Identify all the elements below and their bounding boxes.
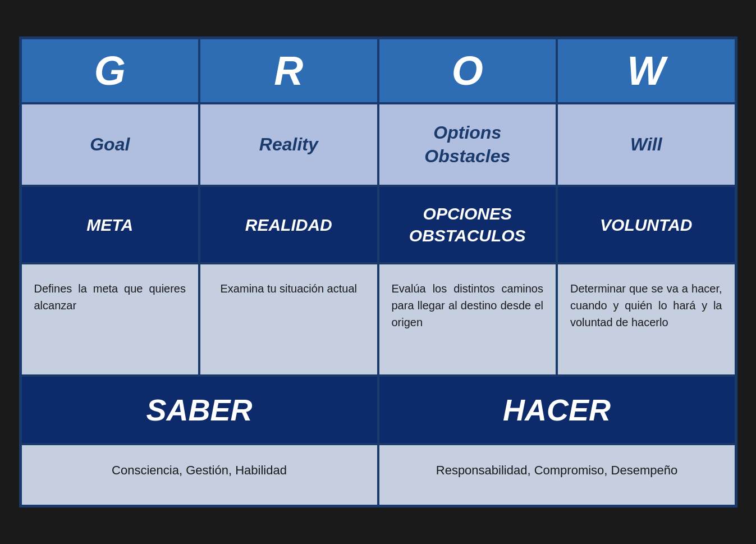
cell-options-obstacles: Options Obstacles	[378, 103, 557, 186]
letter-g: G	[94, 51, 126, 91]
word-hacer: HACER	[503, 392, 611, 427]
cell-voluntad: VOLUNTAD	[557, 186, 736, 263]
desc-goal: Defines la meta que quieres alcanzar	[34, 280, 186, 314]
cell-goal: Goal	[21, 103, 200, 186]
subtitles-row: Consciencia, Gestión, Habilidad Responsa…	[21, 444, 736, 506]
grow-table: G R O W Goal Reality Options Obstacles W…	[19, 36, 737, 508]
cell-reality: Reality	[199, 103, 378, 186]
english-words-row: Goal Reality Options Obstacles Will	[21, 103, 736, 186]
word-will: Will	[630, 133, 662, 157]
cell-desc-options: Evalúa los distintos caminos para llegar…	[378, 263, 557, 376]
cell-meta: META	[21, 186, 200, 263]
word-realidad: REALIDAD	[245, 214, 332, 236]
word-options-obstacles: Options Obstacles	[424, 121, 510, 168]
letter-w: W	[627, 51, 665, 91]
word-goal: Goal	[90, 133, 130, 157]
desc-options: Evalúa los distintos caminos para llegar…	[392, 280, 544, 331]
cell-subtitle-hacer: Responsabilidad, Compromiso, Desempeño	[378, 444, 736, 506]
cell-opciones-obstaculos: OPCIONES OBSTACULOS	[378, 186, 557, 263]
cell-o: O	[378, 38, 557, 103]
cell-hacer: HACER	[378, 376, 736, 444]
cell-w: W	[557, 38, 736, 103]
desc-reality: Examina tu situación actual	[221, 280, 357, 297]
cell-will: Will	[557, 103, 736, 186]
word-meta: META	[86, 214, 133, 236]
cell-saber: SABER	[21, 376, 378, 444]
cell-desc-will: Determinar que se va a hacer, cuando y q…	[557, 263, 736, 376]
cell-r: R	[199, 38, 378, 103]
subtitle-saber: Consciencia, Gestión, Habilidad	[112, 461, 287, 479]
subtitle-hacer: Responsabilidad, Compromiso, Desempeño	[436, 461, 677, 479]
letter-o: O	[452, 51, 483, 91]
letter-r: R	[274, 51, 303, 91]
spanish-bold-row: META REALIDAD OPCIONES OBSTACULOS VOLUNT…	[21, 186, 736, 263]
saber-hacer-row: SABER HACER	[21, 376, 736, 444]
cell-desc-goal: Defines la meta que quieres alcanzar	[21, 263, 200, 376]
cell-desc-reality: Examina tu situación actual	[199, 263, 378, 376]
word-reality: Reality	[259, 133, 318, 157]
word-opciones-obstaculos: OPCIONES OBSTACULOS	[409, 203, 526, 246]
desc-will: Determinar que se va a hacer, cuando y q…	[570, 280, 722, 331]
cell-realidad: REALIDAD	[199, 186, 378, 263]
word-voluntad: VOLUNTAD	[600, 214, 692, 236]
header-letters-row: G R O W	[21, 38, 736, 103]
cell-g: G	[21, 38, 200, 103]
descriptions-row: Defines la meta que quieres alcanzar Exa…	[21, 263, 736, 376]
word-saber: SABER	[146, 392, 252, 427]
cell-subtitle-saber: Consciencia, Gestión, Habilidad	[21, 444, 378, 506]
